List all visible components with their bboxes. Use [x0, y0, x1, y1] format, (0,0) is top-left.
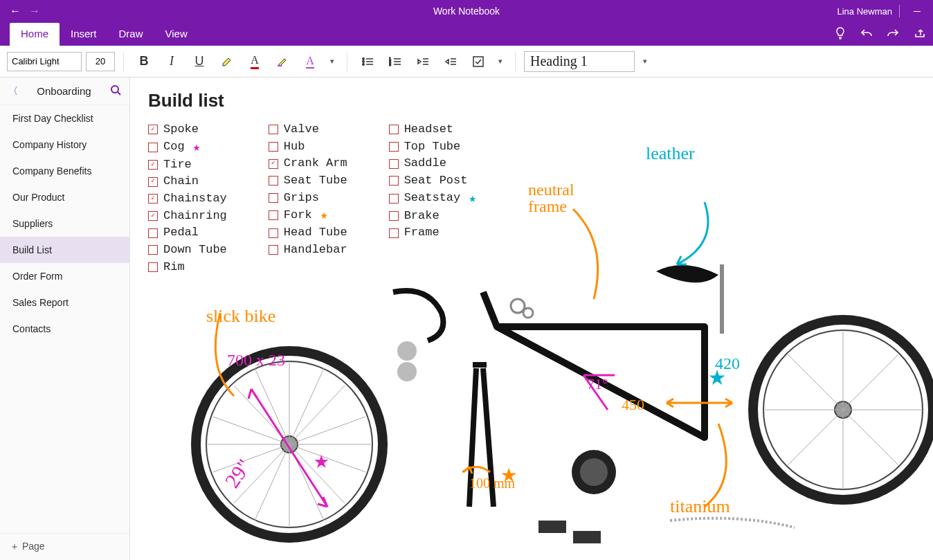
- check-item[interactable]: Top Tube: [389, 138, 476, 156]
- checkbox-icon[interactable]: [389, 142, 399, 152]
- sidebar-page-order-form[interactable]: Order Form: [0, 263, 129, 289]
- checkbox-icon[interactable]: [148, 262, 158, 272]
- check-item[interactable]: Spoke: [148, 121, 227, 138]
- checkbox-icon[interactable]: [148, 245, 158, 255]
- page-title[interactable]: Build list: [148, 90, 915, 111]
- checkbox-icon[interactable]: [269, 159, 278, 169]
- checkbox-icon[interactable]: [148, 228, 158, 238]
- section-title[interactable]: Onboarding: [25, 85, 103, 97]
- checkbox-icon[interactable]: [389, 211, 399, 221]
- format-painter-button[interactable]: A: [298, 51, 322, 72]
- checkbox-icon[interactable]: [148, 194, 158, 204]
- forward-button[interactable]: →: [25, 1, 44, 21]
- minimize-button[interactable]: ─: [907, 6, 927, 17]
- more-font-icon[interactable]: ▾: [326, 57, 338, 66]
- checkbox-icon[interactable]: [389, 228, 399, 238]
- checkbox-icon[interactable]: [269, 176, 278, 186]
- tab-draw[interactable]: Draw: [108, 23, 154, 46]
- checkbox-icon[interactable]: [148, 160, 158, 170]
- sidebar-page-company-history[interactable]: Company History: [0, 132, 129, 158]
- undo-icon[interactable]: [858, 25, 875, 42]
- checkbox-icon[interactable]: [148, 143, 158, 152]
- check-item[interactable]: Chain: [148, 173, 227, 190]
- share-icon[interactable]: [911, 25, 927, 42]
- check-label: Seat Post: [404, 172, 468, 190]
- check-item[interactable]: Frame: [389, 224, 476, 242]
- check-item[interactable]: Headset: [389, 121, 476, 138]
- check-item[interactable]: Brake: [389, 208, 476, 225]
- add-page-button[interactable]: ＋ Page: [0, 533, 129, 560]
- section-back-icon[interactable]: 〈: [8, 85, 18, 98]
- check-item[interactable]: Grips: [269, 190, 347, 207]
- lightbulb-icon[interactable]: [832, 25, 849, 42]
- check-item[interactable]: Saddle: [389, 155, 476, 172]
- checkbox-icon[interactable]: [389, 125, 399, 134]
- check-item[interactable]: Seatstay★: [389, 190, 476, 208]
- note-canvas[interactable]: Build list SpokeCog★TireChainChainstayCh…: [130, 78, 933, 560]
- check-item[interactable]: Chainring: [148, 208, 227, 225]
- user-name[interactable]: Lina Newman: [837, 6, 893, 17]
- tab-home[interactable]: Home: [10, 23, 60, 46]
- svg-text:★: ★: [712, 371, 723, 385]
- todo-tag-button[interactable]: [466, 51, 490, 72]
- check-item[interactable]: Crank Arm: [269, 155, 347, 172]
- check-item[interactable]: Seat Tube: [269, 172, 347, 190]
- italic-button[interactable]: I: [160, 51, 183, 72]
- sidebar-page-first-day-checklist[interactable]: First Day Checklist: [0, 105, 129, 132]
- checkbox-icon[interactable]: [269, 245, 278, 255]
- tab-view[interactable]: View: [154, 23, 199, 46]
- sidebar-page-suppliers[interactable]: Suppliers: [0, 210, 129, 237]
- build-checklist[interactable]: SpokeCog★TireChainChainstayChainringPeda…: [148, 121, 915, 276]
- style-dropdown-icon[interactable]: ▾: [639, 57, 651, 66]
- check-item[interactable]: Tire: [148, 156, 227, 174]
- redo-icon[interactable]: [885, 25, 901, 42]
- check-item[interactable]: Fork★: [269, 206, 347, 224]
- checkbox-icon[interactable]: [148, 125, 158, 134]
- search-icon[interactable]: [110, 84, 121, 98]
- indent-button[interactable]: [439, 51, 462, 72]
- check-item[interactable]: Chainstay: [148, 190, 227, 208]
- check-item[interactable]: Hub: [269, 138, 347, 156]
- font-color-button[interactable]: A: [243, 51, 266, 72]
- checkbox-icon[interactable]: [389, 159, 399, 169]
- check-item[interactable]: Cog★: [148, 138, 227, 156]
- check-label: Valve: [284, 121, 319, 138]
- style-select[interactable]: Heading 1: [524, 51, 635, 72]
- check-item[interactable]: Valve: [269, 121, 347, 138]
- font-size-input[interactable]: [86, 52, 115, 71]
- number-list-button[interactable]: 123: [383, 51, 407, 72]
- checkbox-icon[interactable]: [148, 211, 158, 221]
- back-button[interactable]: ←: [6, 1, 25, 21]
- checkbox-icon[interactable]: [269, 125, 278, 134]
- check-item[interactable]: Head Tube: [269, 224, 347, 242]
- checkbox-icon[interactable]: [269, 142, 278, 152]
- bullet-list-button[interactable]: [356, 51, 379, 72]
- highlight-button[interactable]: [215, 51, 239, 72]
- checkbox-icon[interactable]: [269, 228, 278, 238]
- sidebar-page-sales-report[interactable]: Sales Report: [0, 289, 129, 316]
- check-item[interactable]: Down Tube: [148, 242, 227, 259]
- font-name-input[interactable]: [7, 52, 82, 71]
- check-item[interactable]: Rim: [148, 259, 227, 276]
- more-para-icon[interactable]: ▾: [494, 57, 507, 66]
- check-item[interactable]: Seat Post: [389, 172, 476, 190]
- checkbox-icon[interactable]: [389, 176, 399, 186]
- bold-button[interactable]: B: [132, 51, 156, 72]
- checkbox-icon[interactable]: [269, 210, 278, 220]
- underline-button[interactable]: U: [188, 51, 211, 72]
- svg-point-14: [572, 450, 616, 494]
- tab-insert[interactable]: Insert: [60, 23, 108, 46]
- sidebar-page-contacts[interactable]: Contacts: [0, 316, 129, 342]
- check-item[interactable]: Pedal: [148, 224, 227, 242]
- svg-point-13: [835, 401, 851, 418]
- outdent-button[interactable]: [411, 51, 435, 72]
- svg-point-9: [206, 361, 372, 527]
- check-item[interactable]: Handlebar: [269, 242, 347, 259]
- sidebar-page-company-benefits[interactable]: Company Benefits: [0, 158, 129, 184]
- checkbox-icon[interactable]: [148, 177, 158, 187]
- checkbox-icon[interactable]: [389, 194, 399, 204]
- checkbox-icon[interactable]: [269, 193, 278, 203]
- sidebar-page-our-product[interactable]: Our Product: [0, 184, 129, 210]
- clear-format-button[interactable]: [271, 51, 294, 72]
- sidebar-page-build-list[interactable]: Build List: [0, 237, 129, 263]
